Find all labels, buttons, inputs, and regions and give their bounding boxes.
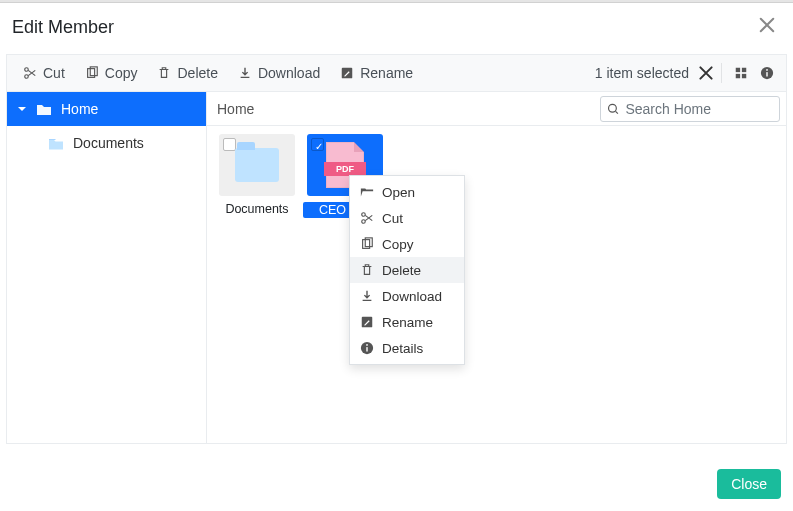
checkbox[interactable]	[311, 138, 324, 151]
clear-selection-icon[interactable]	[697, 64, 715, 82]
ctx-download[interactable]: Download	[350, 283, 464, 309]
trash-icon	[157, 66, 171, 80]
grid-view-icon[interactable]	[728, 60, 754, 86]
svg-point-11	[766, 69, 768, 71]
toolbar: Cut Copy Delete Download Rename 1 item s…	[6, 54, 787, 92]
caret-down-icon	[17, 104, 27, 114]
folder-icon	[35, 100, 53, 118]
rename-button[interactable]: Rename	[330, 59, 423, 87]
svg-point-13	[362, 220, 366, 224]
cut-button[interactable]: Cut	[13, 59, 75, 87]
copy-icon	[360, 237, 374, 251]
svg-point-14	[362, 213, 366, 217]
download-icon	[238, 66, 252, 80]
info-icon[interactable]	[754, 60, 780, 86]
svg-rect-10	[766, 72, 767, 76]
download-button[interactable]: Download	[228, 59, 330, 87]
checkbox[interactable]	[223, 138, 236, 151]
file-grid: Documents PDF CEO R… Open	[207, 126, 786, 443]
tree-item-documents[interactable]: Documents	[7, 126, 206, 160]
dialog-header: Edit Member	[0, 3, 793, 54]
ctx-rename[interactable]: Rename	[350, 309, 464, 335]
svg-rect-7	[736, 74, 740, 78]
folder-open-icon	[360, 185, 374, 199]
ctx-cut[interactable]: Cut	[350, 205, 464, 231]
download-icon	[360, 289, 374, 303]
selection-status: 1 item selected	[595, 65, 695, 81]
context-menu: Open Cut Copy Delete Download	[349, 175, 465, 365]
close-button[interactable]: Close	[717, 469, 781, 499]
ctx-copy[interactable]: Copy	[350, 231, 464, 257]
breadcrumb[interactable]: Home	[207, 101, 600, 117]
dialog-title: Edit Member	[12, 17, 114, 38]
sidebar: Home Documents	[7, 92, 207, 443]
svg-point-1	[25, 68, 29, 72]
delete-button[interactable]: Delete	[147, 59, 227, 87]
svg-rect-5	[736, 68, 740, 72]
svg-rect-19	[366, 347, 367, 351]
search-box[interactable]	[600, 96, 780, 122]
svg-point-12	[609, 104, 617, 112]
pencil-icon	[340, 66, 354, 80]
file-item-folder[interactable]: Documents	[215, 134, 299, 216]
search-icon	[607, 102, 619, 116]
svg-point-20	[366, 344, 368, 346]
info-icon	[360, 341, 374, 355]
scissors-icon	[360, 211, 374, 225]
svg-point-0	[25, 75, 29, 79]
search-input[interactable]	[625, 101, 773, 117]
ctx-delete[interactable]: Delete	[350, 257, 464, 283]
tree-item-home[interactable]: Home	[7, 92, 206, 126]
svg-rect-6	[742, 68, 746, 72]
scissors-icon	[23, 66, 37, 80]
copy-icon	[85, 66, 99, 80]
ctx-details[interactable]: Details	[350, 335, 464, 361]
copy-button[interactable]: Copy	[75, 59, 148, 87]
trash-icon	[360, 263, 374, 277]
pencil-icon	[360, 315, 374, 329]
folder-icon	[235, 148, 279, 182]
ctx-open[interactable]: Open	[350, 179, 464, 205]
folder-icon	[47, 134, 65, 152]
svg-rect-8	[742, 74, 746, 78]
path-bar: Home	[207, 92, 786, 126]
close-icon[interactable]	[757, 15, 777, 40]
